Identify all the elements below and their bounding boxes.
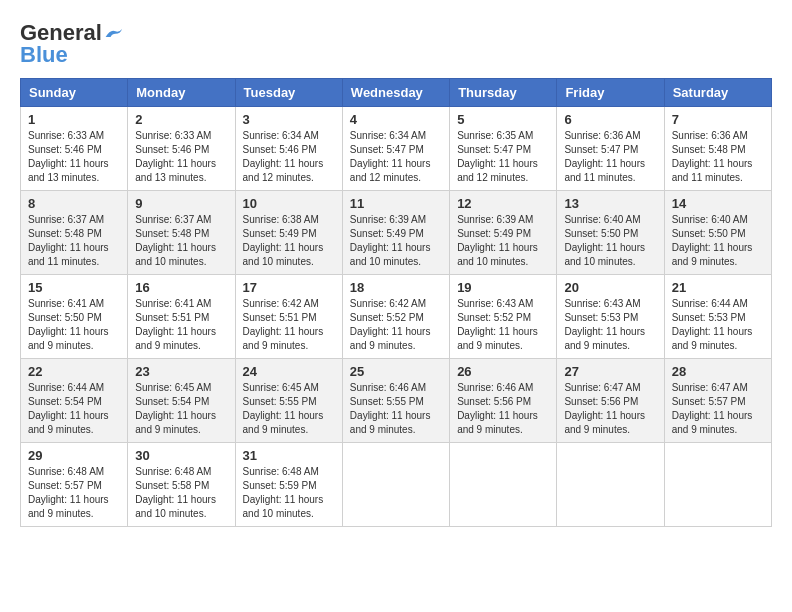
day-number: 10	[243, 196, 335, 211]
calendar-cell: 30Sunrise: 6:48 AMSunset: 5:58 PMDayligh…	[128, 443, 235, 527]
day-info: Sunrise: 6:44 AMSunset: 5:53 PMDaylight:…	[672, 297, 764, 353]
day-number: 30	[135, 448, 227, 463]
calendar-cell: 4Sunrise: 6:34 AMSunset: 5:47 PMDaylight…	[342, 107, 449, 191]
day-info: Sunrise: 6:45 AMSunset: 5:54 PMDaylight:…	[135, 381, 227, 437]
calendar-day-header: Saturday	[664, 79, 771, 107]
calendar-cell: 27Sunrise: 6:47 AMSunset: 5:56 PMDayligh…	[557, 359, 664, 443]
day-info: Sunrise: 6:41 AMSunset: 5:51 PMDaylight:…	[135, 297, 227, 353]
calendar-cell: 12Sunrise: 6:39 AMSunset: 5:49 PMDayligh…	[450, 191, 557, 275]
day-number: 17	[243, 280, 335, 295]
calendar-cell: 17Sunrise: 6:42 AMSunset: 5:51 PMDayligh…	[235, 275, 342, 359]
calendar-cell	[342, 443, 449, 527]
day-info: Sunrise: 6:36 AMSunset: 5:47 PMDaylight:…	[564, 129, 656, 185]
calendar-week-row: 15Sunrise: 6:41 AMSunset: 5:50 PMDayligh…	[21, 275, 772, 359]
calendar-cell: 1Sunrise: 6:33 AMSunset: 5:46 PMDaylight…	[21, 107, 128, 191]
day-number: 7	[672, 112, 764, 127]
calendar-cell: 19Sunrise: 6:43 AMSunset: 5:52 PMDayligh…	[450, 275, 557, 359]
calendar-cell: 22Sunrise: 6:44 AMSunset: 5:54 PMDayligh…	[21, 359, 128, 443]
calendar-cell: 20Sunrise: 6:43 AMSunset: 5:53 PMDayligh…	[557, 275, 664, 359]
calendar-cell: 11Sunrise: 6:39 AMSunset: 5:49 PMDayligh…	[342, 191, 449, 275]
day-number: 12	[457, 196, 549, 211]
page-header: General Blue	[20, 20, 772, 68]
day-info: Sunrise: 6:42 AMSunset: 5:51 PMDaylight:…	[243, 297, 335, 353]
day-number: 9	[135, 196, 227, 211]
calendar-cell: 24Sunrise: 6:45 AMSunset: 5:55 PMDayligh…	[235, 359, 342, 443]
calendar-cell	[450, 443, 557, 527]
logo-bird-icon	[104, 27, 122, 39]
calendar-cell: 18Sunrise: 6:42 AMSunset: 5:52 PMDayligh…	[342, 275, 449, 359]
day-number: 22	[28, 364, 120, 379]
calendar-day-header: Wednesday	[342, 79, 449, 107]
day-info: Sunrise: 6:48 AMSunset: 5:59 PMDaylight:…	[243, 465, 335, 521]
day-info: Sunrise: 6:37 AMSunset: 5:48 PMDaylight:…	[28, 213, 120, 269]
day-info: Sunrise: 6:35 AMSunset: 5:47 PMDaylight:…	[457, 129, 549, 185]
calendar-cell: 23Sunrise: 6:45 AMSunset: 5:54 PMDayligh…	[128, 359, 235, 443]
day-info: Sunrise: 6:36 AMSunset: 5:48 PMDaylight:…	[672, 129, 764, 185]
day-number: 1	[28, 112, 120, 127]
calendar-cell: 29Sunrise: 6:48 AMSunset: 5:57 PMDayligh…	[21, 443, 128, 527]
day-number: 8	[28, 196, 120, 211]
logo-blue: Blue	[20, 42, 68, 68]
calendar-cell: 10Sunrise: 6:38 AMSunset: 5:49 PMDayligh…	[235, 191, 342, 275]
calendar-week-row: 22Sunrise: 6:44 AMSunset: 5:54 PMDayligh…	[21, 359, 772, 443]
calendar-header-row: SundayMondayTuesdayWednesdayThursdayFrid…	[21, 79, 772, 107]
day-number: 15	[28, 280, 120, 295]
day-info: Sunrise: 6:43 AMSunset: 5:52 PMDaylight:…	[457, 297, 549, 353]
day-info: Sunrise: 6:41 AMSunset: 5:50 PMDaylight:…	[28, 297, 120, 353]
day-info: Sunrise: 6:43 AMSunset: 5:53 PMDaylight:…	[564, 297, 656, 353]
day-info: Sunrise: 6:40 AMSunset: 5:50 PMDaylight:…	[564, 213, 656, 269]
day-info: Sunrise: 6:37 AMSunset: 5:48 PMDaylight:…	[135, 213, 227, 269]
day-number: 21	[672, 280, 764, 295]
day-number: 4	[350, 112, 442, 127]
logo: General Blue	[20, 20, 122, 68]
day-number: 3	[243, 112, 335, 127]
calendar-week-row: 29Sunrise: 6:48 AMSunset: 5:57 PMDayligh…	[21, 443, 772, 527]
day-info: Sunrise: 6:38 AMSunset: 5:49 PMDaylight:…	[243, 213, 335, 269]
day-number: 27	[564, 364, 656, 379]
calendar-cell: 15Sunrise: 6:41 AMSunset: 5:50 PMDayligh…	[21, 275, 128, 359]
day-number: 20	[564, 280, 656, 295]
day-number: 24	[243, 364, 335, 379]
day-info: Sunrise: 6:44 AMSunset: 5:54 PMDaylight:…	[28, 381, 120, 437]
calendar-cell: 21Sunrise: 6:44 AMSunset: 5:53 PMDayligh…	[664, 275, 771, 359]
day-number: 28	[672, 364, 764, 379]
calendar-week-row: 1Sunrise: 6:33 AMSunset: 5:46 PMDaylight…	[21, 107, 772, 191]
calendar-week-row: 8Sunrise: 6:37 AMSunset: 5:48 PMDaylight…	[21, 191, 772, 275]
day-info: Sunrise: 6:34 AMSunset: 5:47 PMDaylight:…	[350, 129, 442, 185]
day-info: Sunrise: 6:40 AMSunset: 5:50 PMDaylight:…	[672, 213, 764, 269]
day-number: 18	[350, 280, 442, 295]
calendar-cell: 2Sunrise: 6:33 AMSunset: 5:46 PMDaylight…	[128, 107, 235, 191]
day-info: Sunrise: 6:33 AMSunset: 5:46 PMDaylight:…	[135, 129, 227, 185]
day-number: 16	[135, 280, 227, 295]
day-info: Sunrise: 6:46 AMSunset: 5:55 PMDaylight:…	[350, 381, 442, 437]
day-info: Sunrise: 6:39 AMSunset: 5:49 PMDaylight:…	[457, 213, 549, 269]
calendar-cell: 6Sunrise: 6:36 AMSunset: 5:47 PMDaylight…	[557, 107, 664, 191]
calendar-cell: 8Sunrise: 6:37 AMSunset: 5:48 PMDaylight…	[21, 191, 128, 275]
day-number: 29	[28, 448, 120, 463]
day-info: Sunrise: 6:48 AMSunset: 5:57 PMDaylight:…	[28, 465, 120, 521]
day-info: Sunrise: 6:48 AMSunset: 5:58 PMDaylight:…	[135, 465, 227, 521]
day-info: Sunrise: 6:46 AMSunset: 5:56 PMDaylight:…	[457, 381, 549, 437]
day-number: 23	[135, 364, 227, 379]
day-number: 19	[457, 280, 549, 295]
day-info: Sunrise: 6:33 AMSunset: 5:46 PMDaylight:…	[28, 129, 120, 185]
day-number: 26	[457, 364, 549, 379]
calendar-day-header: Friday	[557, 79, 664, 107]
day-number: 31	[243, 448, 335, 463]
day-number: 14	[672, 196, 764, 211]
day-number: 2	[135, 112, 227, 127]
day-info: Sunrise: 6:42 AMSunset: 5:52 PMDaylight:…	[350, 297, 442, 353]
day-info: Sunrise: 6:47 AMSunset: 5:56 PMDaylight:…	[564, 381, 656, 437]
calendar-cell: 3Sunrise: 6:34 AMSunset: 5:46 PMDaylight…	[235, 107, 342, 191]
day-number: 11	[350, 196, 442, 211]
calendar-cell: 26Sunrise: 6:46 AMSunset: 5:56 PMDayligh…	[450, 359, 557, 443]
day-info: Sunrise: 6:45 AMSunset: 5:55 PMDaylight:…	[243, 381, 335, 437]
day-info: Sunrise: 6:34 AMSunset: 5:46 PMDaylight:…	[243, 129, 335, 185]
calendar-cell: 13Sunrise: 6:40 AMSunset: 5:50 PMDayligh…	[557, 191, 664, 275]
calendar-table: SundayMondayTuesdayWednesdayThursdayFrid…	[20, 78, 772, 527]
day-info: Sunrise: 6:39 AMSunset: 5:49 PMDaylight:…	[350, 213, 442, 269]
calendar-day-header: Sunday	[21, 79, 128, 107]
day-number: 6	[564, 112, 656, 127]
calendar-day-header: Thursday	[450, 79, 557, 107]
calendar-cell: 9Sunrise: 6:37 AMSunset: 5:48 PMDaylight…	[128, 191, 235, 275]
